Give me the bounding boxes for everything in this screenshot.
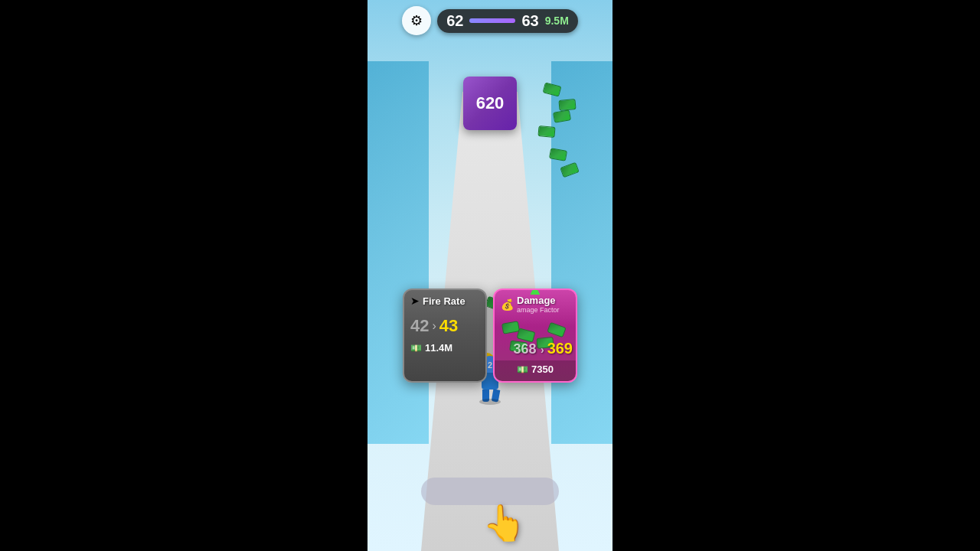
damage-values-overlay: 368 › 369 [513,340,573,357]
fire-rate-card-header: ➤ Fire Rate [404,290,485,311]
damage-money-icon: 💵 [517,364,528,375]
score-left: 62 [446,12,463,30]
score-money: 9.5M [545,15,569,27]
damage-title: Damage [517,295,560,306]
gear-button[interactable]: ⚙ [402,6,431,35]
right-black-panel [612,0,858,551]
score-progress-bar [469,18,515,23]
fire-rate-price: 11.4M [425,342,452,354]
fire-rate-icon: ➤ [410,295,420,307]
upgrade-cards-container: ➤ Fire Rate 42 › 43 💵 11.4M ▲ 💰 Damage a… [403,289,577,383]
damage-title-group: Damage amage Factor [517,295,560,314]
purple-cube: 620 [463,77,517,130]
money-bill-3 [537,126,555,138]
finger-cursor: 👆 [482,502,526,543]
fire-rate-new-value: 43 [439,316,458,336]
fire-rate-values: 42 › 43 [404,311,485,339]
damage-price: 7350 [531,364,554,375]
character-shadow [479,399,501,405]
damage-card-bills: 368 › 369 [495,318,576,360]
score-bar: 62 63 9.5M [437,9,578,33]
water-left [368,61,429,444]
fire-rate-footer: 💵 11.4M [404,339,485,360]
fire-rate-title: Fire Rate [423,295,466,307]
tap-area[interactable] [421,478,559,505]
left-black-panel [122,0,368,551]
fire-rate-card[interactable]: ➤ Fire Rate 42 › 43 💵 11.4M [403,289,487,383]
fire-rate-old-value: 42 [410,316,429,336]
damage-arrow: › [541,344,547,356]
damage-new-value: 369 [547,340,573,357]
score-right: 63 [521,12,538,30]
damage-subtitle: amage Factor [517,306,560,314]
hud-top-bar: ⚙ 62 63 9.5M [368,6,612,35]
damage-footer: 💵 7350 [495,360,576,381]
damage-bill-4 [547,322,566,338]
game-viewport: 620 ⚙ 62 63 9.5M ➤ Fire Rate 42 › 43 [368,0,612,551]
gear-icon: ⚙ [410,12,423,29]
damage-card[interactable]: ▲ 💰 Damage amage Factor 368 › 369 [493,289,577,383]
cube-value: 620 [476,93,505,113]
money-bill-6 [558,99,576,111]
damage-icon: 💰 [501,298,514,311]
damage-old-value: 368 [513,341,536,357]
fire-rate-money-icon: 💵 [410,343,422,354]
fire-rate-arrow: › [432,319,436,333]
damage-card-header: 💰 Damage amage Factor [495,290,576,318]
finger-icon: 👆 [482,503,526,543]
